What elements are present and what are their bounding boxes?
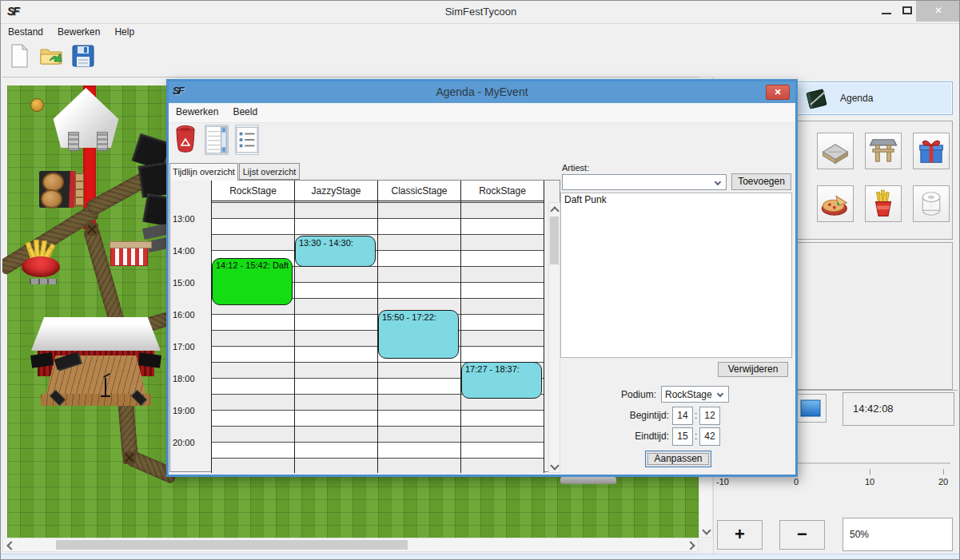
scroll-up-icon[interactable] (548, 203, 561, 216)
scrollbar-thumb[interactable] (550, 216, 559, 264)
dialog-menu-bewerken[interactable]: Bewerken (169, 103, 225, 121)
schedule-event[interactable]: 15:50 - 17:22: (378, 310, 459, 358)
toilet-paper-button[interactable] (913, 185, 950, 222)
column-header: JazzyStage (295, 181, 377, 201)
menu-bewerken[interactable]: Bewerken (50, 24, 107, 40)
tab-lijst-overzicht[interactable]: Lijst overzicht (239, 163, 300, 180)
menu-bestand[interactable]: Bestand (1, 24, 50, 40)
main-stage[interactable] (31, 317, 161, 411)
ticket-stand[interactable] (110, 245, 148, 266)
remove-artist-button[interactable]: Verwijderen (718, 362, 788, 377)
clock-display: 14:42:08 (842, 392, 954, 426)
new-file-button[interactable] (4, 41, 34, 73)
path-crossing (123, 451, 136, 464)
pizza-button[interactable] (817, 185, 854, 222)
burger-stand[interactable] (39, 171, 74, 208)
ruler-label: -10 (716, 477, 729, 487)
ruler-label: 0 (794, 477, 799, 487)
dialog-menu-beeld[interactable]: Beeld (225, 103, 265, 121)
maximize-button[interactable] (897, 1, 918, 22)
clock-button[interactable] (795, 394, 827, 423)
time-label: 14:00 (173, 246, 195, 256)
open-file-button[interactable] (36, 41, 66, 73)
schedule-panel: RockStageJazzyStageClassicStageRockStage… (169, 180, 560, 472)
begin-minute-field[interactable]: 12 (699, 407, 720, 425)
save-file-icon (70, 58, 96, 71)
scroll-down-icon[interactable] (548, 459, 561, 472)
schedule-scrollbar[interactable] (548, 202, 560, 473)
picnic-table[interactable] (75, 173, 84, 207)
artist-listbox[interactable]: Daft Punk (560, 193, 792, 358)
time-label: 16:00 (173, 310, 195, 320)
microphone-stand (105, 378, 106, 395)
map-horizontal-scrollbar[interactable] (2, 538, 699, 552)
tent-logo-icon (30, 98, 44, 112)
grid-vline (294, 181, 295, 473)
scroll-down-icon[interactable] (699, 524, 712, 537)
bullet-list-button[interactable] (235, 125, 259, 155)
begin-hour-field[interactable]: 14 (672, 407, 693, 425)
grid-vline (544, 181, 544, 473)
end-hour-field[interactable]: 15 (672, 427, 693, 446)
pizza-icon (818, 210, 853, 224)
list-view-icon (205, 143, 228, 157)
artist-label: Artiest: (562, 163, 589, 173)
fries-button[interactable] (865, 185, 902, 222)
apply-button[interactable]: Aanpassen (645, 451, 711, 467)
stage-gate-button[interactable] (865, 133, 902, 169)
ruler-label: 20 (938, 477, 948, 487)
close-button[interactable]: ✕ (916, 1, 960, 22)
grid-vline (211, 181, 212, 473)
maximize-icon (902, 6, 912, 14)
stage-roof (31, 317, 161, 351)
chevron-down-icon (715, 179, 721, 185)
zoom-in-button[interactable]: + (717, 520, 763, 550)
scrollbar-thumb[interactable] (56, 540, 408, 550)
time-label: 17:00 (173, 342, 195, 351)
agenda-dialog: SF Agenda - MyEvent ✕ BewerkenBeeld Tijd… (166, 79, 798, 477)
window-title: SimFestTycoon (1, 6, 960, 18)
schedule-event[interactable]: 13:30 - 14:30: (295, 236, 376, 267)
menu-help[interactable]: Help (107, 24, 141, 40)
dialog-close-button[interactable]: ✕ (766, 85, 790, 100)
scroll-right-icon[interactable] (685, 538, 698, 551)
dialog-menu-bar: BewerkenBeeld (169, 103, 795, 123)
artist-combobox[interactable] (562, 174, 727, 190)
ruler-label: 10 (865, 477, 874, 487)
ruler-tick (870, 469, 870, 475)
column-header: ClassicStage (378, 181, 460, 201)
bench (30, 279, 57, 284)
status-bar (1, 554, 960, 560)
list-view-button[interactable] (205, 125, 229, 155)
column-header: RockStage (212, 181, 294, 201)
schedule-event[interactable]: 17:27 - 18:37: (461, 362, 542, 399)
save-file-button[interactable] (68, 41, 98, 73)
minimize-button[interactable] (876, 1, 897, 22)
artist-list-item[interactable]: Daft Punk (561, 193, 791, 206)
zoom-out-button[interactable]: − (779, 520, 825, 550)
column-header: RockStage (461, 181, 544, 201)
end-minute-field[interactable]: 42 (699, 427, 720, 446)
add-artist-button[interactable]: Toevoegen (731, 173, 791, 190)
toilet-paper-icon (914, 210, 949, 224)
grid-vline (460, 181, 461, 473)
zoom-level-box[interactable]: 50% (842, 518, 953, 551)
screen-icon (795, 411, 826, 424)
schedule-event[interactable]: 14:12 - 15:42: Daft Punk (212, 258, 293, 305)
dialog-title: Agenda - MyEvent (169, 85, 795, 98)
tab-tijdlijn-overzicht[interactable]: Tijdlijn overzicht (169, 163, 238, 181)
menu-bar: BestandBewerkenHelp (1, 23, 960, 41)
tent-grill (97, 132, 108, 151)
agenda-book-icon (803, 86, 829, 110)
scroll-left-icon[interactable] (3, 538, 16, 551)
podium-combobox[interactable]: RockStage (661, 386, 729, 403)
end-time-label: Eindtijd: (604, 431, 669, 442)
time-label: 13:00 (173, 214, 195, 224)
road-tile-button[interactable] (817, 133, 854, 169)
time-label: 18:00 (173, 374, 195, 383)
trash-icon (174, 142, 197, 156)
application-window: SF SimFestTycoon ✕ BestandBewerkenHelp (0, 0, 960, 560)
gift-button[interactable] (913, 133, 950, 169)
trash-button[interactable] (174, 125, 198, 155)
window-titlebar: SF SimFestTycoon ✕ (1, 1, 960, 23)
